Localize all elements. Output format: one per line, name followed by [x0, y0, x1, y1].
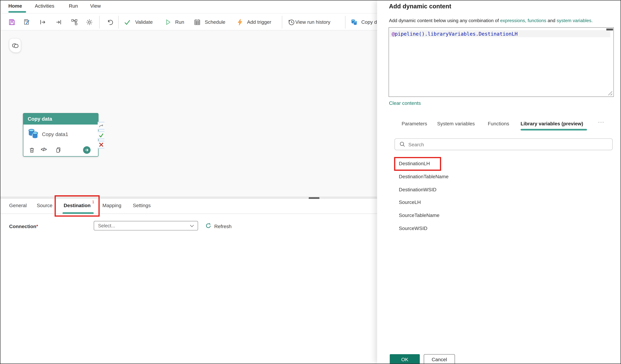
- search-input[interactable]: [408, 139, 607, 150]
- toolbar-separator: [282, 16, 282, 28]
- search-icon: [399, 141, 405, 147]
- connection-select[interactable]: Select...: [94, 221, 198, 230]
- export-icon[interactable]: [39, 19, 46, 26]
- variable-item-sourcewsid[interactable]: SourceWSID: [393, 222, 517, 235]
- undo-icon[interactable]: [106, 19, 114, 26]
- tab-destination[interactable]: Destination: [64, 203, 90, 208]
- on-success-connector[interactable]: [98, 131, 104, 139]
- variable-item-destinationlh[interactable]: DestinationLH: [393, 157, 517, 170]
- variable-item-destinationwsid[interactable]: DestinationWSID: [393, 183, 517, 196]
- pipeline-editor: Home Activities Run View: [0, 0, 620, 364]
- expression-text[interactable]: @pipeline().libraryVariables.Destination…: [392, 31, 518, 37]
- tab-source[interactable]: Source: [37, 203, 52, 208]
- system-variables-link[interactable]: system variables.: [557, 18, 593, 23]
- save-as-icon[interactable]: [23, 19, 31, 26]
- settings-gear-icon[interactable]: [86, 19, 93, 26]
- active-menu-indicator: [8, 11, 26, 13]
- run-icon[interactable]: [164, 19, 172, 26]
- menu-view[interactable]: View: [90, 3, 101, 9]
- panel-subtitle: Add dynamic content below using any comb…: [389, 18, 593, 23]
- delete-activity-icon[interactable]: [28, 147, 35, 154]
- on-fail-connector[interactable]: [98, 141, 104, 149]
- tab-system-variables[interactable]: System variables: [437, 121, 475, 126]
- chevron-down-icon: [190, 225, 194, 227]
- refresh-button[interactable]: Refresh: [214, 224, 232, 229]
- connection-select-value: Select...: [98, 223, 115, 228]
- pipeline-canvas[interactable]: Copy data Copy data1 </>: [0, 31, 379, 196]
- on-skip-connector[interactable]: [98, 122, 104, 130]
- toolbar-separator: [99, 16, 100, 28]
- copy-data-cylinders-icon[interactable]: [351, 19, 358, 26]
- view-run-history-button[interactable]: View run history: [295, 19, 330, 25]
- tabs-overflow-button[interactable]: ···: [598, 119, 604, 125]
- panel-title: Add dynamic content: [389, 3, 451, 10]
- run-history-clock-icon[interactable]: [288, 19, 295, 26]
- copy-data-tool-button[interactable]: Copy d: [361, 19, 377, 25]
- toolbar: Validate Run Schedule Add trigger View r…: [0, 13, 379, 31]
- tab-general[interactable]: General: [9, 203, 27, 208]
- copilot-icon: [11, 42, 19, 49]
- ok-button[interactable]: OK: [390, 354, 420, 364]
- activity-name[interactable]: Copy data1: [42, 131, 68, 137]
- expressions-functions-link[interactable]: expressions, functions: [500, 18, 546, 23]
- cancel-button[interactable]: Cancel: [424, 354, 455, 364]
- add-dynamic-content-panel: Add dynamic content Add dynamic content …: [377, 0, 620, 364]
- next-activity-arrow-button[interactable]: [83, 146, 90, 154]
- menu-activities[interactable]: Activities: [35, 3, 54, 9]
- schedule-calendar-icon[interactable]: [194, 19, 201, 26]
- add-trigger-button[interactable]: Add trigger: [247, 19, 271, 25]
- menu-home[interactable]: Home: [8, 3, 22, 9]
- panel-splitter[interactable]: [0, 196, 379, 199]
- tab-parameters[interactable]: Parameters: [401, 121, 427, 126]
- clear-contents-link[interactable]: Clear contents: [389, 100, 421, 106]
- run-button[interactable]: Run: [175, 19, 184, 25]
- toolbar-separator: [345, 16, 345, 28]
- tab-functions[interactable]: Functions: [488, 121, 509, 126]
- screenshot-frame: Home Activities Run View: [0, 0, 621, 364]
- tab-mapping[interactable]: Mapping: [103, 203, 121, 208]
- tab-divider: [0, 213, 379, 214]
- copy-data-node-icon: [27, 128, 39, 139]
- expression-editor[interactable]: @pipeline().libraryVariables.Destination…: [388, 27, 614, 97]
- destination-error-badge: 1: [92, 200, 94, 204]
- validate-icon[interactable]: [124, 19, 131, 26]
- schedule-button[interactable]: Schedule: [205, 19, 225, 25]
- import-icon[interactable]: [55, 19, 62, 26]
- validate-button[interactable]: Validate: [135, 19, 153, 25]
- properties-panel: General Source Destination 1 Mapping Set…: [0, 199, 379, 364]
- add-trigger-bolt-icon[interactable]: [237, 19, 244, 26]
- activity-node-header[interactable]: Copy data: [23, 113, 98, 124]
- connection-label: Connection*: [9, 224, 38, 229]
- reference-icon[interactable]: [71, 19, 78, 26]
- clone-activity-icon[interactable]: [55, 147, 62, 154]
- menu-run[interactable]: Run: [69, 3, 78, 9]
- variable-item-destinationtablename[interactable]: DestinationTableName: [393, 170, 517, 183]
- tab-library-variables[interactable]: Library variables (preview): [520, 121, 583, 126]
- tab-settings[interactable]: Settings: [133, 203, 151, 208]
- save-icon[interactable]: [8, 19, 16, 26]
- copilot-button[interactable]: [9, 38, 21, 53]
- variable-search[interactable]: [395, 139, 613, 150]
- required-asterisk: *: [36, 224, 38, 228]
- code-icon[interactable]: </>: [41, 147, 47, 152]
- active-tab-indicator: [62, 212, 94, 214]
- resize-grip[interactable]: [608, 91, 612, 95]
- toolbar-separator: [118, 16, 119, 28]
- copy-data-activity-node[interactable]: Copy data Copy data1 </>: [23, 113, 99, 156]
- active-panel-tab-indicator: [520, 129, 587, 130]
- scrollbar-thumb[interactable]: [606, 28, 613, 30]
- variable-item-sourcetablename[interactable]: SourceTableName: [393, 209, 517, 222]
- refresh-icon[interactable]: [205, 223, 211, 229]
- menu-bar: Home Activities Run View: [0, 0, 379, 13]
- variable-item-sourcelh[interactable]: SourceLH: [393, 196, 517, 209]
